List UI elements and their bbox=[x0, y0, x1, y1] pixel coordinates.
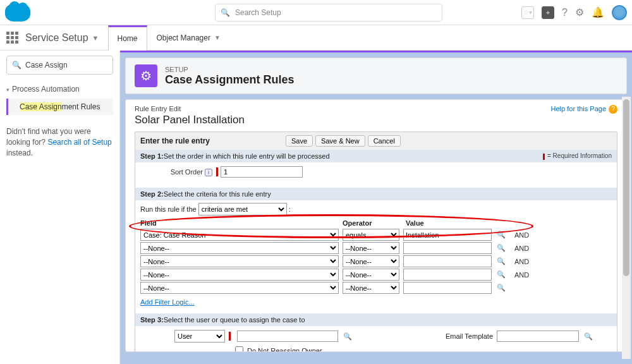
global-header: 🔍 Search Setup ☆▾ ＋ ? ⚙ 🔔 bbox=[0, 0, 632, 25]
body: 🔍 Case Assign Process Automation Case As… bbox=[0, 51, 632, 364]
page-header: ⚙ SETUP Case Assignment Rules bbox=[125, 58, 627, 94]
operator-select[interactable]: --None-- bbox=[343, 255, 399, 267]
help-icon: ? bbox=[609, 105, 617, 114]
required-legend: = Required Information bbox=[543, 152, 612, 159]
chevron-down-icon: ▼ bbox=[214, 34, 221, 41]
assignee-input[interactable] bbox=[237, 331, 338, 342]
lookup-icon[interactable]: 🔍 bbox=[495, 230, 507, 240]
sort-order-input[interactable] bbox=[221, 166, 303, 178]
logic-and: AND bbox=[514, 245, 529, 252]
assignee-type-select[interactable]: User bbox=[174, 330, 225, 343]
logic-and: AND bbox=[514, 258, 529, 265]
run-if-select[interactable]: criteria are met bbox=[198, 203, 287, 215]
operator-select[interactable]: equals bbox=[343, 229, 399, 241]
step2-bar: Step 2: Select the criteria for this rul… bbox=[135, 188, 617, 200]
do-not-reassign-checkbox[interactable] bbox=[235, 346, 243, 352]
setup-gear-icon[interactable]: ⚙ bbox=[575, 6, 584, 18]
search-icon: 🔍 bbox=[12, 61, 21, 70]
sort-order-row: Sort Orderi bbox=[135, 162, 617, 181]
search-all-setup-link[interactable]: Search all of Setup bbox=[47, 138, 111, 147]
page-title: Case Assignment Rules bbox=[165, 73, 294, 87]
criteria-table: Field Operator Value Case: Case Reason e… bbox=[135, 218, 617, 294]
email-template-input[interactable] bbox=[497, 331, 579, 342]
app-launcher-icon[interactable] bbox=[6, 32, 19, 44]
app-nav: Service Setup ▼ Home Object Manager ▼ bbox=[0, 25, 632, 51]
logic-and: AND bbox=[514, 231, 529, 239]
scrollbar-thumb[interactable] bbox=[623, 99, 629, 276]
add-icon[interactable]: ＋ bbox=[542, 6, 554, 19]
value-input[interactable] bbox=[403, 229, 492, 241]
sidebar-group-process-automation[interactable]: Process Automation bbox=[6, 85, 113, 94]
sidebar-item-rest: ment Rules bbox=[62, 102, 100, 111]
app-name: Service Setup bbox=[25, 32, 88, 44]
help-for-page-link[interactable]: Help for this Page? bbox=[551, 105, 617, 114]
field-select[interactable]: Case: Case Reason bbox=[140, 229, 339, 241]
field-select[interactable]: --None-- bbox=[140, 282, 339, 294]
rule-entry-panel: Enter the rule entry Save Save & New Can… bbox=[135, 131, 617, 352]
favorites-icon[interactable]: ☆▾ bbox=[521, 6, 534, 19]
sidebar-search[interactable]: 🔍 Case Assign bbox=[6, 56, 113, 75]
criteria-header: Field Operator Value bbox=[140, 218, 612, 228]
step1-bar: Step 1: Set the order in which this rule… bbox=[135, 150, 617, 162]
required-indicator bbox=[216, 167, 218, 176]
panel-header: Enter the rule entry Save Save & New Can… bbox=[135, 132, 617, 150]
criteria-row: --None-- --None-- 🔍 AND bbox=[140, 241, 612, 255]
content-card: Rule Entry Edit Solar Panel Installation… bbox=[125, 99, 627, 352]
col-value: Value bbox=[406, 219, 501, 227]
required-indicator bbox=[229, 332, 231, 341]
value-input[interactable] bbox=[403, 255, 492, 267]
sidebar-item-case-assignment-rules[interactable]: Case Assignment Rules bbox=[6, 99, 113, 115]
lookup-icon[interactable]: 🔍 bbox=[495, 257, 507, 267]
lookup-icon[interactable]: 🔍 bbox=[342, 331, 353, 341]
operator-select[interactable]: --None-- bbox=[343, 242, 399, 254]
panel-buttons: Save Save & New Cancel bbox=[286, 135, 401, 147]
tab-object-manager[interactable]: Object Manager ▼ bbox=[147, 25, 230, 51]
criteria-row: --None-- --None-- 🔍 bbox=[140, 281, 612, 294]
assignee-row: User 🔍 Email Template 🔍 bbox=[135, 326, 617, 346]
step3-bar: Step 3: Select the user or queue to assi… bbox=[135, 313, 617, 326]
tab-home-label: Home bbox=[118, 34, 138, 43]
panel-title: Enter the rule entry bbox=[140, 136, 210, 145]
gear-icon: ⚙ bbox=[135, 64, 157, 87]
col-operator: Operator bbox=[343, 219, 406, 227]
avatar[interactable] bbox=[612, 5, 627, 20]
sidebar-item-highlight: Case Assign bbox=[20, 102, 62, 111]
value-input[interactable] bbox=[403, 242, 492, 254]
lookup-icon[interactable]: 🔍 bbox=[495, 283, 507, 293]
save-button[interactable]: Save bbox=[286, 135, 313, 147]
lookup-icon[interactable]: 🔍 bbox=[495, 243, 507, 253]
cancel-button[interactable]: Cancel bbox=[368, 135, 401, 147]
chevron-down-icon[interactable]: ▼ bbox=[92, 34, 99, 42]
reassign-row: Do Not Reassign Owner bbox=[135, 346, 617, 352]
operator-select[interactable]: --None-- bbox=[343, 269, 399, 281]
logic-and: AND bbox=[514, 271, 529, 279]
global-search[interactable]: 🔍 Search Setup bbox=[215, 4, 442, 21]
info-icon[interactable]: i bbox=[205, 169, 212, 176]
add-filter-logic-link[interactable]: Add Filter Logic... bbox=[135, 294, 200, 310]
breadcrumb: Rule Entry Edit bbox=[135, 105, 617, 112]
global-search-placeholder: Search Setup bbox=[235, 8, 281, 17]
operator-select[interactable]: --None-- bbox=[343, 282, 399, 294]
field-select[interactable]: --None-- bbox=[140, 255, 339, 267]
tab-home[interactable]: Home bbox=[108, 25, 147, 51]
do-not-reassign-label: Do Not Reassign Owner bbox=[247, 347, 322, 353]
sidebar-search-value: Case Assign bbox=[25, 61, 68, 70]
criteria-row: --None-- --None-- 🔍 AND bbox=[140, 268, 612, 281]
lookup-icon[interactable]: 🔍 bbox=[495, 270, 507, 280]
run-if-row: Run this rule if the criteria are met : bbox=[135, 200, 617, 218]
header-utilities: ☆▾ ＋ ? ⚙ 🔔 bbox=[521, 5, 627, 20]
save-and-new-button[interactable]: Save & New bbox=[315, 135, 365, 147]
value-input[interactable] bbox=[403, 282, 492, 294]
email-template-label: Email Template bbox=[446, 332, 493, 340]
scrollbar[interactable] bbox=[622, 97, 631, 359]
criteria-row: Case: Case Reason equals 🔍 AND bbox=[140, 228, 612, 241]
field-select[interactable]: --None-- bbox=[140, 242, 339, 254]
page-header-text: SETUP Case Assignment Rules bbox=[165, 66, 294, 87]
notifications-icon[interactable]: 🔔 bbox=[592, 6, 604, 18]
lookup-icon[interactable]: 🔍 bbox=[583, 331, 594, 341]
field-select[interactable]: --None-- bbox=[140, 269, 339, 281]
sort-order-label: Sort Orderi bbox=[140, 168, 216, 176]
help-icon[interactable]: ? bbox=[562, 7, 568, 18]
page-supertitle: SETUP bbox=[165, 66, 294, 73]
value-input[interactable] bbox=[403, 269, 492, 281]
